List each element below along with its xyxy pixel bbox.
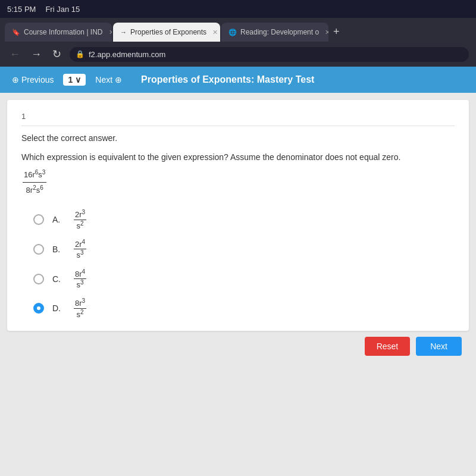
toolbar-title: Properties of Exponents: Mastery Test xyxy=(141,74,314,85)
fraction-d-den: s2 xyxy=(76,309,85,319)
fraction-c-num: 8r4 xyxy=(74,268,86,279)
date: Fri Jan 15 xyxy=(45,5,80,14)
tab-course-info-label: Course Information | IND xyxy=(24,28,103,36)
question-text: Which expression is equivalent to the gi… xyxy=(21,151,455,164)
radio-b[interactable] xyxy=(33,244,44,255)
question-nav[interactable]: 1 ∨ xyxy=(63,74,86,86)
tab-reading[interactable]: 🌐 Reading: Development o ✕ xyxy=(221,23,328,42)
next-toolbar-label: Next xyxy=(95,75,112,84)
prev-button[interactable]: ⊕ Previous xyxy=(7,73,58,87)
fraction-a-den: s2 xyxy=(76,220,85,230)
option-a-label: A. xyxy=(52,215,64,224)
tab-reading-icon: 🌐 xyxy=(228,29,237,36)
tab-properties-icon: → xyxy=(120,29,127,36)
fraction-b-num: 2r4 xyxy=(74,239,86,249)
question-instruction: Select the correct answer. xyxy=(21,133,455,143)
os-bar: 5:15 PM Fri Jan 15 xyxy=(0,0,476,18)
prev-icon: ⊕ xyxy=(12,75,19,84)
tab-bar: 🔖 Course Information | IND ✕ → Propertie… xyxy=(0,18,476,42)
fraction-d-num: 8r3 xyxy=(74,298,86,308)
address-bar-row: ← → ↻ 🔒 xyxy=(0,42,476,67)
main-fraction: 16r6s3 8r2s6 xyxy=(23,167,46,197)
prev-label: Previous xyxy=(21,75,54,84)
tab-properties[interactable]: → Properties of Exponents ✕ xyxy=(113,23,220,42)
question-number: 1 xyxy=(21,112,455,126)
question-expression: 16r6s3 8r2s6 xyxy=(21,167,455,197)
new-tab-button[interactable]: + xyxy=(330,26,343,38)
radio-c[interactable] xyxy=(33,274,44,284)
tab-reading-label: Reading: Development o xyxy=(240,28,319,36)
clock: 5:15 PM xyxy=(7,5,36,14)
option-d[interactable]: D. 8r3 s2 xyxy=(33,298,455,319)
fraction-b: 2r4 s3 xyxy=(74,239,86,260)
option-a[interactable]: A. 2r3 s2 xyxy=(33,209,455,230)
reload-button[interactable]: ↻ xyxy=(50,46,64,62)
address-bar-container: 🔒 xyxy=(70,47,469,62)
next-toolbar-button[interactable]: Next ⊕ xyxy=(90,73,127,87)
radio-a[interactable] xyxy=(33,214,44,225)
fraction-a: 2r3 s2 xyxy=(74,209,86,230)
main-content: 1 Select the correct answer. Which expre… xyxy=(0,93,476,476)
fraction-b-den: s3 xyxy=(76,249,85,259)
fraction-c: 8r4 s3 xyxy=(74,268,86,290)
option-b-label: B. xyxy=(52,245,64,254)
tab-properties-label: Properties of Exponents xyxy=(130,28,206,36)
fraction-d: 8r3 s2 xyxy=(74,298,86,319)
option-c-label: C. xyxy=(52,274,64,284)
expression-denominator: 8r2s6 xyxy=(25,183,45,198)
fraction-a-num: 2r3 xyxy=(74,209,86,220)
option-b[interactable]: B. 2r4 s3 xyxy=(33,239,455,260)
address-input[interactable] xyxy=(70,47,469,62)
tab-course-info-icon: 🔖 xyxy=(12,29,20,36)
option-c[interactable]: C. 8r4 s3 xyxy=(33,268,455,290)
question-number-display: 1 xyxy=(68,75,73,84)
next-icon: ⊕ xyxy=(115,75,122,84)
tab-course-info[interactable]: 🔖 Course Information | IND ✕ xyxy=(5,23,112,42)
lock-icon: 🔒 xyxy=(76,50,84,58)
options-list: A. 2r3 s2 B. 2r4 s3 C. 8r4 s3 xyxy=(21,209,455,319)
bottom-buttons: Reset Next xyxy=(7,331,469,358)
forward-button[interactable]: → xyxy=(29,47,44,62)
tab-course-info-close[interactable]: ✕ xyxy=(109,29,112,36)
tab-properties-close[interactable]: ✕ xyxy=(212,29,218,36)
browser-chrome: 🔖 Course Information | IND ✕ → Propertie… xyxy=(0,18,476,67)
next-button[interactable]: Next xyxy=(416,337,462,356)
tab-reading-close[interactable]: ✕ xyxy=(325,29,328,36)
radio-d[interactable] xyxy=(33,303,44,314)
expression-numerator: 16r6s3 xyxy=(23,167,46,183)
option-d-label: D. xyxy=(52,303,64,313)
reset-button[interactable]: Reset xyxy=(365,337,411,356)
question-nav-chevron: ∨ xyxy=(75,75,81,84)
fraction-c-den: s3 xyxy=(76,279,85,289)
question-card: 1 Select the correct answer. Which expre… xyxy=(7,100,469,331)
app-toolbar: ⊕ Previous 1 ∨ Next ⊕ Properties of Expo… xyxy=(0,67,476,93)
back-button[interactable]: ← xyxy=(7,47,23,62)
